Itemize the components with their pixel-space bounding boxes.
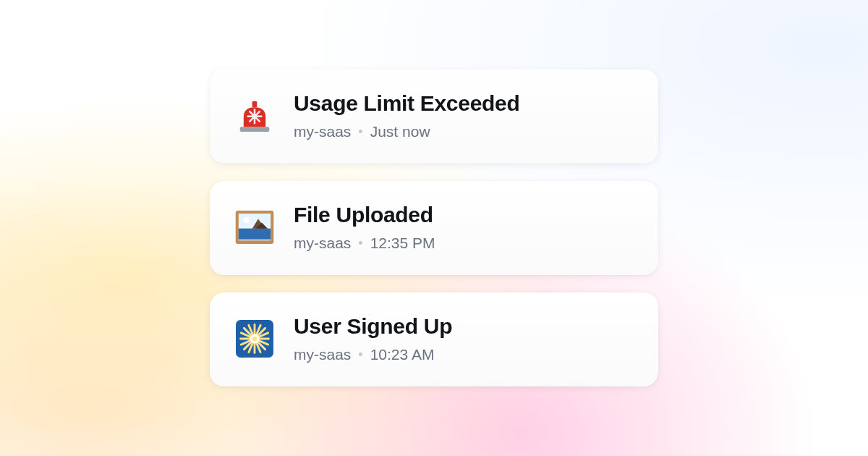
notification-meta: my-saas • 12:35 PM [294,235,435,252]
svg-rect-8 [239,229,271,241]
siren-icon [234,96,275,136]
svg-rect-1 [252,101,258,107]
notification-source: my-saas [294,235,351,252]
notification-card[interactable]: File Uploaded my-saas • 12:35 PM [210,181,658,275]
notification-time: 10:23 AM [370,346,435,363]
meta-separator: • [358,236,362,251]
notification-title: User Signed Up [294,314,452,339]
framed-picture-icon [234,207,275,248]
notification-source: my-saas [294,123,351,140]
notification-source: my-saas [294,346,351,363]
svg-point-21 [252,337,258,342]
svg-point-9 [243,217,249,223]
notification-card[interactable]: Usage Limit Exceeded my-saas • Just now [210,69,658,164]
sparkle-burst-icon [234,318,275,359]
notification-meta: my-saas • 10:23 AM [294,346,452,363]
notification-title: Usage Limit Exceeded [294,91,519,116]
notification-title: File Uploaded [294,203,435,227]
notification-content: User Signed Up my-saas • 10:23 AM [294,314,452,363]
svg-rect-0 [240,127,270,132]
notification-meta: my-saas • Just now [294,123,519,140]
notification-card[interactable]: User Signed Up my-saas • 10:23 AM [210,292,658,387]
notification-time: Just now [370,123,430,140]
notification-content: Usage Limit Exceeded my-saas • Just now [294,91,519,140]
notification-time: 12:35 PM [370,235,435,252]
meta-separator: • [358,347,362,363]
svg-rect-10 [239,239,271,240]
notification-content: File Uploaded my-saas • 12:35 PM [294,203,435,252]
meta-separator: • [358,124,362,140]
